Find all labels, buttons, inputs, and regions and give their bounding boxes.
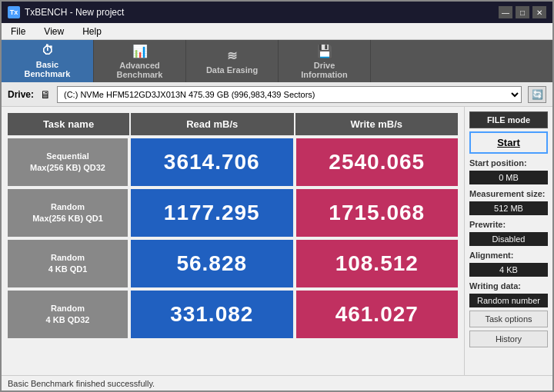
right-panel: FILE mode Start Start position: 0 MB Mea… [464,107,552,375]
data-erasing-icon: ≋ [227,48,237,63]
drive-select[interactable]: (C:) NVMe HFM512GD3JX013N 475.39 GB (996… [57,86,522,103]
tab-erasing[interactable]: ≋ Data Erasing [186,40,279,82]
tab-drive[interactable]: 💾 Drive Information [279,40,371,82]
task-name-1: Random Max(256 KB) QD1 [8,189,128,237]
table-row: Random 4 KB QD32 331.082 461.027 [8,291,458,338]
drive-icon: 🖥 [40,88,51,101]
task-options-button[interactable]: Task options [469,311,548,327]
write-value-1: 1715.068 [296,189,459,237]
read-text-0: 3614.706 [164,150,260,174]
app-icon: Tx [8,6,20,18]
title-bar: Tx TxBENCH - New project — □ ✕ [2,2,552,23]
read-value-3: 331.082 [131,291,293,338]
tab-basic-label: Basic Benchmark [25,60,71,78]
read-value-1: 1177.295 [131,189,293,237]
minimize-button[interactable]: — [499,6,512,18]
tab-basic[interactable]: ⏱ Basic Benchmark [2,40,94,82]
table-row: Sequential Max(256 KB) QD32 3614.706 254… [8,138,458,186]
window-title: TxBENCH - New project [25,7,124,18]
file-mode-button[interactable]: FILE mode [469,111,548,128]
alignment-label: Alignment: [469,251,548,260]
table-row: Random 4 KB QD1 56.828 108.512 [8,240,458,287]
main-window: Tx TxBENCH - New project — □ ✕ File View… [0,0,554,392]
start-button[interactable]: Start [469,131,548,154]
benchmark-area: Task name Read mB/s Write mB/s Sequentia… [2,107,464,375]
drive-refresh-button[interactable]: 🔄 [528,86,546,103]
read-text-3: 331.082 [170,302,253,327]
table-row: Random Max(256 KB) QD1 1177.295 1715.068 [8,189,458,237]
status-text: Basic Benchmark finished successfully. [8,379,155,388]
alignment-value: 4 KB [469,263,548,277]
status-bar: Basic Benchmark finished successfully. [2,375,552,390]
advanced-benchmark-icon: 📊 [132,44,148,58]
write-value-0: 2540.065 [296,138,459,186]
read-text-1: 1177.295 [164,201,260,225]
basic-benchmark-icon: ⏱ [42,44,54,58]
tab-advanced[interactable]: 📊 Advanced Benchmark [94,40,186,82]
start-position-label: Start position: [469,158,548,168]
writing-data-label: Writing data: [469,281,548,291]
bench-rows: Sequential Max(256 KB) QD32 3614.706 254… [8,138,458,338]
title-bar-controls: — □ ✕ [499,6,546,18]
tab-bar: ⏱ Basic Benchmark 📊 Advanced Benchmark ≋… [2,40,552,82]
read-value-0: 3614.706 [131,138,293,186]
maximize-button[interactable]: □ [516,6,529,18]
menu-view[interactable]: View [41,25,67,38]
main-content: Task name Read mB/s Write mB/s Sequentia… [2,107,552,375]
write-value-3: 461.027 [296,291,459,338]
writing-data-value: Random number [469,294,548,307]
task-name-0: Sequential Max(256 KB) QD32 [8,138,128,186]
title-bar-left: Tx TxBENCH - New project [8,6,124,18]
prewrite-label: Prewrite: [469,220,548,229]
write-value-2: 108.512 [296,240,459,287]
write-text-2: 108.512 [335,251,419,276]
menu-help[interactable]: Help [79,25,105,38]
task-name-2: Random 4 KB QD1 [8,240,128,287]
drive-label: Drive: [8,89,34,100]
write-text-0: 2540.065 [329,150,425,174]
measurement-size-value: 512 MB [469,201,548,215]
close-button[interactable]: ✕ [532,6,546,18]
col-read: Read mB/s [131,113,295,135]
prewrite-value: Disabled [469,232,548,246]
history-button[interactable]: History [469,331,548,347]
task-name-3: Random 4 KB QD32 [8,291,128,338]
read-value-2: 56.828 [131,240,293,287]
read-text-2: 56.828 [176,251,247,276]
start-position-value: 0 MB [469,171,548,184]
menu-file[interactable]: File [8,25,28,38]
tab-erasing-label: Data Erasing [206,65,258,75]
write-text-1: 1715.068 [329,201,425,225]
tab-drive-label: Drive Information [301,61,348,79]
measurement-size-label: Measurement size: [469,189,548,198]
tab-advanced-label: Advanced Benchmark [117,61,163,79]
table-header: Task name Read mB/s Write mB/s [8,113,458,135]
drive-bar: Drive: 🖥 (C:) NVMe HFM512GD3JX013N 475.3… [2,82,552,107]
write-text-3: 461.027 [335,302,419,327]
menu-bar: File View Help [2,23,552,40]
col-write: Write mB/s [295,113,459,135]
col-task-name: Task name [8,113,131,135]
drive-info-icon: 💾 [317,44,332,58]
